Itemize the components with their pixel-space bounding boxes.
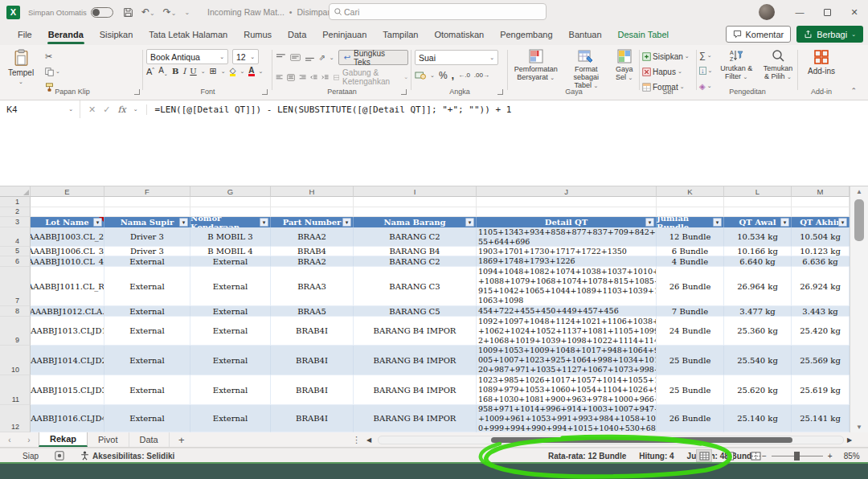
cell[interactable]: 1094+1048+1082+1074+1038+1037+1010+1025 … — [477, 267, 657, 306]
maximize-button[interactable] — [813, 0, 841, 24]
tab-data[interactable]: Data — [280, 24, 314, 45]
number-format-select[interactable]: Suai⌄ — [415, 50, 498, 65]
cell[interactable]: BARANG C5 — [354, 306, 477, 317]
cell[interactable]: External — [104, 405, 190, 432]
column-header[interactable]: K — [657, 186, 724, 197]
cell[interactable]: 10.123 kg — [792, 247, 850, 256]
cell[interactable]: BARANG B4 — [354, 247, 477, 256]
tab-tampilan[interactable]: Tampilan — [375, 24, 426, 45]
hscroll-right-icon[interactable]: ▶ — [847, 432, 852, 448]
cell[interactable]: 1092+1097+1048+1124+1021+1106+1038+1139 … — [477, 317, 657, 346]
cell[interactable]: 10.504 kg — [792, 227, 850, 247]
zoom-in-icon[interactable]: + — [828, 452, 833, 461]
cell[interactable]: 1023+985+1026+1017+1057+1014+1055+1053+ … — [477, 375, 657, 405]
alignment-dialog-launcher-icon[interactable] — [401, 89, 407, 95]
column-header[interactable]: F — [104, 186, 190, 197]
add-sheet-button[interactable]: + — [170, 432, 194, 447]
cell[interactable] — [104, 207, 190, 217]
enter-icon[interactable]: ✓ — [103, 104, 110, 115]
italic-button[interactable]: I — [182, 67, 186, 76]
minimize-button[interactable]: — — [786, 0, 813, 24]
tab-rumus[interactable]: Rumus — [235, 24, 280, 45]
borders-icon[interactable]: ⊞ — [210, 66, 217, 76]
cell[interactable]: BRAA5 — [271, 306, 354, 317]
column-header[interactable]: H — [271, 186, 354, 197]
cell[interactable]: 25.569 kg — [792, 346, 850, 375]
table-header-cell[interactable]: Jumlah Bundle▾ — [657, 217, 724, 227]
cell[interactable]: 25.540 kg — [724, 346, 792, 375]
cell[interactable] — [657, 207, 724, 217]
decrease-decimal-icon[interactable]: .00→ — [474, 72, 489, 79]
sheet-tab-data[interactable]: Data — [129, 432, 170, 447]
cell[interactable] — [354, 207, 477, 217]
name-box-chevron-icon[interactable]: ⌄ — [68, 106, 73, 113]
row-number[interactable]: 2 — [0, 207, 31, 217]
bold-button[interactable]: B — [172, 67, 178, 76]
filter-icon[interactable]: ▾ — [179, 218, 188, 227]
cell[interactable] — [657, 197, 724, 207]
search-input[interactable]: Cari — [329, 3, 547, 20]
filter-icon[interactable]: ▾ — [780, 218, 789, 227]
cell[interactable] — [31, 197, 104, 207]
collapse-ribbon-icon[interactable]: ⌃ — [850, 87, 857, 95]
cell[interactable]: 454+722+455+450+449+457+456 — [477, 306, 657, 317]
cell[interactable]: AAABBJ1006.CL_3. — [31, 247, 104, 256]
orientation-icon[interactable]: ⇗ — [318, 53, 325, 62]
increase-decimal-icon[interactable]: ←.0 — [458, 72, 470, 79]
scroll-up-icon[interactable]: ▲ — [850, 188, 868, 195]
tab-pengembang[interactable]: Pengembang — [492, 24, 560, 45]
row-number[interactable]: 4 — [0, 227, 31, 247]
close-button[interactable]: ✕ — [841, 0, 868, 24]
cell[interactable] — [104, 197, 190, 207]
cell[interactable]: 1903+1701+1730+1717+1722+1350 — [477, 247, 657, 256]
cell[interactable]: BARANG C3 — [354, 267, 477, 306]
cell[interactable]: 958+971+1014+996+914+1003+1007+947+1042 … — [477, 405, 657, 432]
comma-style-icon[interactable]: , — [452, 69, 455, 81]
select-all-corner[interactable] — [0, 186, 31, 197]
cell[interactable]: 26 Bundle — [657, 405, 724, 432]
table-header-cell[interactable]: Nomor Kendaraan▾ — [190, 217, 271, 227]
cell[interactable]: BRAB4I — [271, 317, 354, 346]
fill-color-icon[interactable]: ◇ — [230, 67, 236, 76]
increase-font-icon[interactable]: A^ — [146, 67, 154, 76]
zoom-slider[interactable] — [772, 456, 823, 456]
align-center-icon[interactable] — [287, 74, 295, 81]
formula-bar-chevron-icon[interactable]: ⌄ — [133, 106, 138, 113]
cell[interactable] — [792, 197, 850, 207]
cell[interactable]: B MOBIL 3 — [190, 227, 271, 247]
cell[interactable]: AAABBJ1013.CLJD1. — [31, 317, 104, 346]
cell[interactable]: 26 Bundle — [657, 267, 724, 306]
table-header-cell[interactable]: QT Awal▾ — [724, 217, 792, 227]
accessibility-status[interactable]: Aksesibilitas: Selidiki — [80, 451, 174, 461]
cell[interactable]: Driver 3 — [104, 227, 190, 247]
save-icon[interactable] — [123, 7, 133, 18]
cell[interactable] — [724, 197, 792, 207]
zoom-slider-thumb[interactable] — [794, 452, 800, 461]
decrease-font-icon[interactable]: A⌄ — [158, 66, 168, 76]
cell[interactable]: 26.924 kg — [792, 267, 850, 306]
cell[interactable]: 3.443 kg — [792, 306, 850, 317]
cell[interactable]: 6.636 kg — [792, 256, 850, 267]
cell[interactable]: 3.477 kg — [724, 306, 792, 317]
comments-button[interactable]: Komentar — [726, 26, 792, 43]
filter-icon[interactable]: ▾ — [645, 218, 654, 227]
status-count[interactable]: Hitung: 4 — [639, 452, 674, 461]
cell[interactable]: 10.166 kg — [724, 247, 792, 256]
cell[interactable]: 25.141 kg — [792, 405, 850, 432]
tab-desain-tabel[interactable]: Desain Tabel — [610, 24, 677, 45]
sheet-tab-pivot[interactable]: Pivot — [88, 432, 129, 447]
cell[interactable]: 1105+1343+934+858+877+837+709+842+904+7 … — [477, 227, 657, 247]
cell[interactable]: External — [190, 346, 271, 375]
cell[interactable]: B MOBIL 4 — [190, 247, 271, 256]
table-header-cell[interactable]: Detail QT▾ — [477, 217, 657, 227]
undo-icon[interactable]: ↶⌄ — [141, 6, 155, 18]
cell[interactable]: BRAA3 — [271, 267, 354, 306]
redo-icon[interactable]: ↷⌄ — [163, 6, 177, 18]
cell[interactable]: AAABBJ1014.CLJD2. — [31, 346, 104, 375]
copy-button[interactable]: ⌄ — [45, 65, 60, 78]
sheet-next-icon[interactable]: › — [19, 432, 39, 447]
align-right-icon[interactable] — [299, 74, 306, 81]
name-box[interactable]: K4 ⌄ — [0, 100, 80, 118]
font-color-icon[interactable]: A — [248, 67, 254, 76]
row-number[interactable]: 9 — [0, 317, 31, 346]
